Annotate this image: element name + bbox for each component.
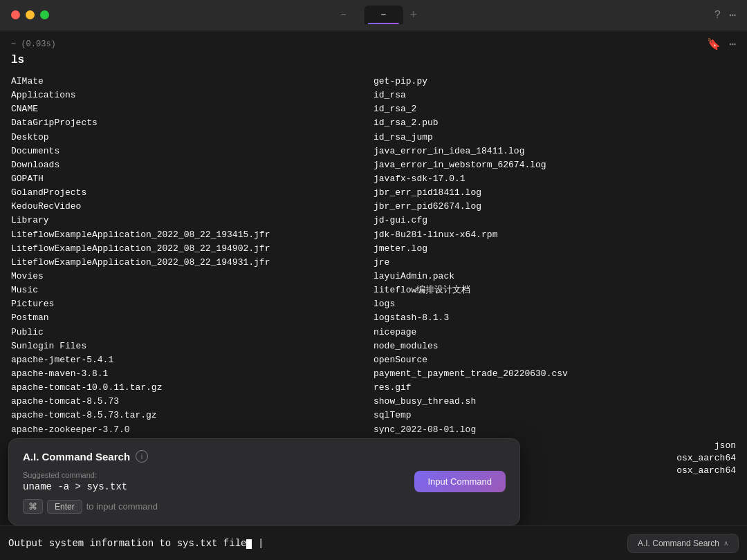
list-item: logs xyxy=(374,297,736,311)
list-item: jdk-8u281-linux-x64.rpm xyxy=(374,228,736,242)
list-item: jmeter.log xyxy=(374,242,736,256)
list-item: apache-tomcat-8.5.73.tar.gz xyxy=(11,409,374,422)
list-item: Applications xyxy=(11,88,374,102)
list-item: DataGripProjects xyxy=(11,116,374,130)
list-item: Desktop xyxy=(11,131,374,144)
tabs-container: ~ ~ + xyxy=(324,6,423,25)
shortcut-description: to input command xyxy=(86,501,158,512)
suggested-label: Suggested command: xyxy=(23,471,414,479)
list-item: Public xyxy=(11,326,374,339)
list-item: Documents xyxy=(11,144,374,158)
traffic-lights xyxy=(0,10,49,19)
command-search-button[interactable]: A.I. Command Search ∧ xyxy=(627,534,739,553)
suggested-left: Suggested command: uname -a > sys.txt xyxy=(23,471,414,492)
tab-2[interactable]: ~ xyxy=(365,6,403,24)
minimize-button[interactable] xyxy=(26,10,35,19)
ai-panel-header: A.I. Command Search i xyxy=(23,450,506,463)
cursor xyxy=(246,539,252,549)
list-item: jd-gui.cfg xyxy=(374,214,736,227)
list-item: apache-tomcat-10.0.11.tar.gz xyxy=(11,381,374,395)
list-item: Postman xyxy=(11,311,374,325)
truncated-line-3: osx_aarch64 xyxy=(676,465,736,476)
list-item: logstash-8.1.3 xyxy=(374,311,736,325)
list-item: liteflow编排设计文档 xyxy=(374,283,736,297)
tab-add-button[interactable]: + xyxy=(404,6,423,25)
list-item: Library xyxy=(11,214,374,227)
list-item: res.gif xyxy=(374,381,736,395)
list-item: apache-tomcat-8.5.73 xyxy=(11,395,374,409)
bookmark-icon[interactable]: 🔖 xyxy=(707,37,721,51)
list-item: GolandProjects xyxy=(11,186,374,200)
list-item: Movies xyxy=(11,270,374,283)
list-item: apache-zookeeper-3.7.0 xyxy=(11,423,374,437)
list-item: AIMate xyxy=(11,75,374,88)
list-item: java_error_in_idea_18411.log xyxy=(374,144,736,158)
bottom-bar: Output system information to sys.txt fil… xyxy=(0,525,747,560)
list-item: KedouRecVideo xyxy=(11,200,374,214)
titlebar: ~ ~ + ? ⋯ xyxy=(0,0,747,30)
list-item: LiteflowExampleApplication_2022_08_22_19… xyxy=(11,228,374,242)
list-item: id_rsa_jump xyxy=(374,131,736,144)
ai-command-panel: A.I. Command Search i Suggested command:… xyxy=(8,438,520,525)
maximize-button[interactable] xyxy=(40,10,49,19)
list-item: Music xyxy=(11,283,374,297)
files-column-right: get-pip.py id_rsa id_rsa_2 id_rsa_2.pub … xyxy=(374,75,736,437)
list-item: apache-jmeter-5.4.1 xyxy=(11,353,374,367)
list-item: sync_2022-08-01.log xyxy=(374,423,736,437)
list-item: show_busy_thread.sh xyxy=(374,395,736,409)
tab-1[interactable]: ~ xyxy=(324,6,363,24)
list-item: get-pip.py xyxy=(374,75,736,88)
more-icon[interactable]: ⋯ xyxy=(729,37,736,51)
truncated-line-2: osx_aarch64 xyxy=(676,453,736,463)
suggested-command: uname -a > sys.txt xyxy=(23,481,414,492)
list-item: layuiAdmin.pack xyxy=(374,270,736,283)
titlebar-right: ? ⋯ xyxy=(714,8,736,22)
list-item: nicepage xyxy=(374,326,736,339)
terminal-header-icons: 🔖 ⋯ xyxy=(707,37,736,51)
list-item: id_rsa_2 xyxy=(374,102,736,116)
terminal-time: ~ (0.03s) xyxy=(11,39,56,49)
terminal-header: ~ (0.03s) 🔖 ⋯ xyxy=(0,30,747,54)
ai-panel-title: A.I. Command Search xyxy=(23,451,130,463)
list-item: javafx-sdk-17.0.1 xyxy=(374,172,736,186)
list-item: java_error_in_webstorm_62674.log xyxy=(374,158,736,172)
info-icon[interactable]: i xyxy=(136,450,148,463)
suggested-row: Suggested command: uname -a > sys.txt In… xyxy=(23,471,506,492)
list-item: LiteflowExampleApplication_2022_08_22_19… xyxy=(11,242,374,256)
menu-icon[interactable]: ⋯ xyxy=(729,8,736,22)
terminal-command: ls xyxy=(0,54,747,72)
command-input[interactable]: Output system information to sys.txt fil… xyxy=(8,538,620,549)
list-item: Sunlogin Files xyxy=(11,339,374,353)
chevron-up-icon: ∧ xyxy=(723,539,728,547)
list-item: payment_t_payment_trade_20220630.csv xyxy=(374,367,736,381)
cmd-key: ⌘ xyxy=(23,499,43,514)
input-command-button[interactable]: Input Command xyxy=(414,471,506,492)
list-item: apache-maven-3.8.1 xyxy=(11,367,374,381)
help-icon[interactable]: ? xyxy=(714,9,721,21)
shortcut-row: ⌘ Enter to input command xyxy=(23,499,506,514)
list-item: CNAME xyxy=(11,102,374,116)
list-item: jbr_err_pid62674.log xyxy=(374,200,736,214)
files-column-left: AIMate Applications CNAME DataGripProjec… xyxy=(11,75,374,437)
enter-key: Enter xyxy=(47,500,82,514)
list-item: Downloads xyxy=(11,158,374,172)
terminal: ~ (0.03s) 🔖 ⋯ ls AIMate Applications CNA… xyxy=(0,30,747,560)
list-item: id_rsa xyxy=(374,88,736,102)
list-item: id_rsa_2.pub xyxy=(374,116,736,130)
truncated-line-1: json xyxy=(714,440,736,451)
list-item: Pictures xyxy=(11,297,374,311)
list-item: LiteflowExampleApplication_2022_08_22_19… xyxy=(11,256,374,270)
list-item: jre xyxy=(374,256,736,270)
list-item: jbr_err_pid18411.log xyxy=(374,186,736,200)
terminal-output: AIMate Applications CNAME DataGripProjec… xyxy=(0,72,747,440)
list-item: openSource xyxy=(374,353,736,367)
close-button[interactable] xyxy=(11,10,20,19)
list-item: sqlTemp xyxy=(374,409,736,422)
list-item: GOPATH xyxy=(11,172,374,186)
list-item: node_modules xyxy=(374,339,736,353)
